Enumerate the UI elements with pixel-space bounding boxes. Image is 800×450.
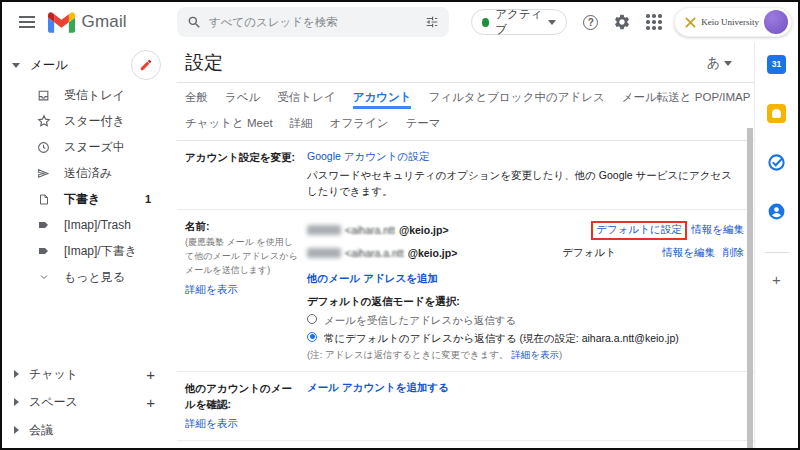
google-account-settings-link[interactable]: Google アカウントの設定 [307,150,429,162]
email-domain: @keio.jp> [408,247,458,259]
gmail-wordmark: Gmail [81,12,126,32]
row-label: 他のアカウントのメールを確認: [185,381,301,413]
sidebar-group-spaces[interactable]: スペース + [2,388,177,416]
tasks-icon[interactable] [767,152,787,172]
inbox-icon [36,89,51,102]
label-icon [36,245,51,257]
star-icon [36,114,51,128]
clock-icon [36,141,51,154]
status-label: アクティブ [495,7,542,37]
row-account-settings: アカウント設定を変更: Google アカウントの設定 パスワードやセキュリティ… [177,141,754,210]
collapse-mail-icon[interactable] [12,63,20,68]
sidebar-item-drafts[interactable]: 下書き 1 [2,186,177,212]
tab-themes[interactable]: テーマ [405,116,440,131]
edit-info-link[interactable]: 情報を編集 [662,246,715,260]
edit-info-link[interactable]: 情報を編集 [691,223,744,237]
reply-option-row[interactable]: 常にデフォルトのアドレスから返信する (現在の設定: aihara.a.ntt@… [307,331,744,345]
sidebar-item-snoozed[interactable]: スヌーズ中 [2,134,177,160]
get-addons-button[interactable]: + [772,271,781,288]
sidebar-section-mail[interactable]: メール [30,57,68,74]
avatar[interactable] [764,10,788,34]
account-badge[interactable]: Keio University [674,7,792,37]
learn-more-link[interactable]: 詳細を表示 [511,349,559,360]
make-default-link[interactable]: デフォルトに設定 [596,223,681,235]
calendar-icon[interactable]: 31 [767,54,787,74]
tab-labels[interactable]: ラベル [225,90,260,109]
new-chat-button[interactable]: + [146,366,155,383]
label-icon [36,219,51,231]
add-email-address-link[interactable]: 他のメール アドレスを追加 [307,272,438,286]
sidebar-item-inbox[interactable]: 受信トレイ [2,82,177,108]
compose-button[interactable] [131,50,161,80]
expand-icon [14,370,19,378]
search-icon [187,15,201,29]
tab-chat-meet[interactable]: チャットと Meet [185,116,273,131]
search-placeholder: すべてのスレッドを検索 [209,15,425,30]
divider [765,252,789,253]
sidebar-item-imap-trash[interactable]: [Imap]/Trash [2,212,177,238]
reply-option-row[interactable]: メールを受信したアドレスから返信する [307,313,744,327]
sidebar-group-meet[interactable]: 会議 [2,416,177,444]
reply-mode-label: デフォルトの返信モードを選択: [307,295,744,309]
tab-inbox[interactable]: 受信トレイ [277,90,335,109]
learn-more-link[interactable]: 詳細を表示 [185,417,238,431]
tab-accounts[interactable]: アカウント [353,90,412,109]
chevron-down-icon [548,20,556,25]
draft-icon [36,193,51,206]
email-address-row: <aihara.ntt @keio.jp> デフォルトに設定 情報を編集 [307,219,744,242]
sidebar-item-imap-drafts[interactable]: [Imap]/下書き [2,238,177,264]
tab-forwarding[interactable]: メール転送と POP/IMAP [622,90,751,109]
annotation-highlight-box: デフォルトに設定 [591,221,686,240]
search-input[interactable]: すべてのスレッドを検索 [177,7,449,37]
active-status-dot [482,18,489,27]
row-label: アカウント設定を変更: [185,150,301,166]
help-icon[interactable]: ? [583,15,598,30]
chevron-down-icon [36,271,51,283]
tab-filters[interactable]: フィルタとブロック中のアドレス [428,90,604,109]
row-description: パスワードやセキュリティのオプションを変更したり、他の Google サービスに… [307,167,737,200]
expand-icon [14,398,19,406]
sidebar-item-more[interactable]: もっと見る [2,264,177,290]
google-apps-icon[interactable] [646,14,662,30]
radio-checked-icon[interactable] [307,332,317,342]
main-menu-icon[interactable] [12,4,42,40]
sidebar: メール 受信トレイ スター付き スヌーズ中 [2,42,177,448]
status-selector[interactable]: アクティブ [471,9,567,35]
sidebar-group-chat[interactable]: チャット + [2,360,177,388]
keep-icon[interactable] [767,103,787,123]
page-title: 設定 [185,50,223,76]
gmail-m-icon [48,12,75,33]
side-panel: 31 + [754,42,798,448]
input-tools-button[interactable]: あ [707,54,732,72]
redacted-name [307,248,341,258]
reply-note: (注: アドレスは返信するときに変更できます。 詳細を表示) [307,349,744,362]
gmail-logo[interactable]: Gmail [48,12,126,33]
settings-main: 設定 あ 全般 ラベル 受信トレイ アカウント フィルタとブロック中のアドレス … [177,42,754,448]
sidebar-item-sent[interactable]: 送信済み [2,160,177,186]
email-domain: @keio.jp> [399,224,449,236]
sidebar-item-starred[interactable]: スター付き [2,108,177,134]
topbar: Gmail すべてのスレッドを検索 アクティブ ? Keio Universit… [2,2,798,42]
add-mail-account-link[interactable]: メール アカウントを追加する [307,381,449,393]
vertical-scrollbar[interactable] [747,128,753,448]
redacted-name [307,225,341,235]
settings-gear-icon[interactable] [613,13,631,31]
row-check-other-accounts: 他のアカウントのメールを確認: 詳細を表示 メール アカウントを追加する [177,372,754,442]
email-address-row: <aihara.a.ntt @keio.jp> デフォルト 情報を編集 削除 [307,242,744,265]
row-label: 名前: [185,219,301,235]
tab-offline[interactable]: オフライン [330,116,389,131]
org-name: Keio University [701,17,759,27]
new-space-button[interactable]: + [146,394,155,411]
drafts-count: 1 [145,193,151,205]
contacts-icon[interactable] [767,201,787,221]
search-options-icon[interactable] [425,15,439,29]
learn-more-link[interactable]: 詳細を表示 [185,283,238,297]
tab-general[interactable]: 全般 [185,90,208,109]
radio-unchecked-icon[interactable] [307,314,317,324]
row-note: (慶應義塾 メール を使用して他のメール アドレスからメールを送信します) [185,236,301,278]
pencil-icon [139,58,153,72]
settings-tabs: 全般 ラベル 受信トレイ アカウント フィルタとブロック中のアドレス メール転送… [177,83,754,141]
send-icon [36,167,51,180]
delete-link[interactable]: 削除 [723,246,744,260]
tab-advanced[interactable]: 詳細 [290,116,313,131]
